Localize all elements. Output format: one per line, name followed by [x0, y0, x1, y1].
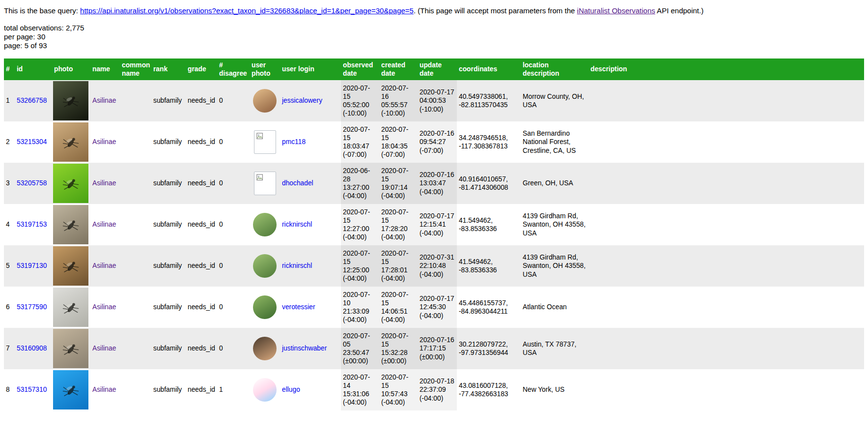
- user-avatar[interactable]: [254, 172, 276, 195]
- update-date-cell: 2020-07-17 12:45:30 (-04:00): [418, 287, 457, 328]
- user-login-link[interactable]: jessicalowery: [282, 97, 322, 104]
- common-name-cell: [120, 204, 151, 245]
- user-login-link[interactable]: justinschwaber: [282, 345, 327, 352]
- column-header-photo: photo: [52, 58, 90, 80]
- column-header-name: name: [90, 58, 120, 80]
- observations-body: 1 53266758 Asilinae s: [4, 80, 864, 410]
- observation-photo[interactable]: [53, 205, 88, 244]
- observation-id-link[interactable]: 53197130: [17, 262, 47, 269]
- rank-cell: subfamily: [151, 328, 186, 369]
- user-avatar[interactable]: [253, 254, 277, 278]
- taxon-name-link[interactable]: Asilinae: [92, 345, 116, 352]
- observation-id-link[interactable]: 53205758: [17, 179, 47, 187]
- stats-block: total observations: 2,775 per page: 30 p…: [4, 24, 864, 51]
- column-header-rank: rank: [151, 58, 186, 80]
- observation-photo[interactable]: [53, 288, 88, 327]
- disagree-count-cell: 0: [217, 204, 250, 245]
- table-row: 7 53160908 Asilinae s: [4, 328, 864, 369]
- disagree-count-cell: 0: [217, 245, 250, 287]
- observation-photo[interactable]: [53, 329, 88, 368]
- description-cell: [588, 328, 864, 369]
- user-avatar[interactable]: [253, 295, 277, 319]
- observation-id-link[interactable]: 53215304: [17, 138, 47, 146]
- created-date-cell: 2020-07-15 15:32:28 (±00:00): [379, 328, 418, 369]
- description-cell: [588, 204, 864, 245]
- inaturalist-observations-link[interactable]: iNaturalist Observations: [577, 6, 655, 15]
- observed-date-cell: 2020-06-28 13:27:00 (-04:00): [341, 163, 379, 204]
- insect-silhouette-icon: [61, 339, 80, 358]
- taxon-name-link[interactable]: Asilinae: [92, 262, 116, 269]
- observation-id-link[interactable]: 53177590: [17, 303, 47, 311]
- rank-cell: subfamily: [151, 369, 186, 410]
- insect-silhouette-icon: [61, 174, 80, 193]
- taxon-name-link[interactable]: Asilinae: [92, 303, 116, 311]
- taxon-name-link[interactable]: Asilinae: [92, 97, 116, 104]
- user-avatar[interactable]: [254, 130, 276, 154]
- intro-text: This is the base query: https://api.inat…: [4, 6, 864, 16]
- taxon-name-link[interactable]: Asilinae: [92, 138, 116, 146]
- grade-cell: needs_id: [186, 204, 217, 245]
- rank-cell: subfamily: [151, 245, 186, 287]
- user-login-link[interactable]: pmc118: [282, 138, 306, 146]
- observation-photo[interactable]: [53, 164, 88, 203]
- base-query-link[interactable]: https://api.inaturalist.org/v1/observati…: [80, 6, 414, 15]
- observed-date-cell: 2020-07-10 21:33:09 (-04:00): [341, 287, 379, 328]
- observation-photo[interactable]: [53, 246, 88, 286]
- common-name-cell: [120, 163, 151, 204]
- observation-id-link[interactable]: 53157310: [17, 386, 47, 393]
- column-header-user-photo: user photo: [250, 58, 280, 80]
- coordinates-cell: 40.9164010657, -81.4714306008: [457, 163, 521, 204]
- grade-cell: needs_id: [186, 328, 217, 369]
- user-login-link[interactable]: ellugo: [282, 386, 300, 393]
- rank-cell: subfamily: [151, 121, 186, 163]
- table-row: 4 53197153 Asilinae s: [4, 204, 864, 245]
- user-login-link[interactable]: ricknirschl: [282, 221, 312, 228]
- taxon-name-link[interactable]: Asilinae: [92, 386, 116, 393]
- description-cell: [588, 287, 864, 328]
- grade-cell: needs_id: [186, 80, 217, 121]
- taxon-name-link[interactable]: Asilinae: [92, 221, 116, 228]
- column-header-user-login: user login: [280, 58, 341, 80]
- observed-date-cell: 2020-07-05 23:50:47 (±00:00): [341, 328, 379, 369]
- user-avatar[interactable]: [253, 89, 277, 113]
- user-avatar[interactable]: [253, 213, 277, 236]
- grade-cell: needs_id: [186, 369, 217, 410]
- user-login-link[interactable]: ricknirschl: [282, 262, 312, 269]
- observed-date-cell: 2020-07-15 05:52:00 (-10:00): [341, 80, 379, 121]
- observation-photo[interactable]: [53, 370, 88, 409]
- created-date-cell: 2020-07-16 05:55:57 (-10:00): [379, 80, 418, 121]
- observation-id-link[interactable]: 53266758: [17, 97, 47, 104]
- user-login-link[interactable]: verotessier: [282, 303, 315, 311]
- coordinates-cell: 40.5497338061, -82.8113570435: [457, 80, 521, 121]
- table-row: 3 53205758 Asilinae s: [4, 163, 864, 204]
- common-name-cell: [120, 80, 151, 121]
- observed-date-cell: 2020-07-15 18:03:47 (-07:00): [341, 121, 379, 163]
- location-description-cell: 4139 Girdham Rd, Swanton, OH 43558, USA: [521, 204, 588, 245]
- taxon-name-link[interactable]: Asilinae: [92, 179, 116, 187]
- page-indicator: page: 5 of 93: [4, 41, 864, 50]
- column-header-disagree: # disagree: [217, 58, 250, 80]
- column-header-common-name: common name: [120, 58, 151, 80]
- coordinates-cell: 34.2487946518, -117.308367813: [457, 121, 521, 163]
- rank-cell: subfamily: [151, 204, 186, 245]
- column-header-location-description: location description: [521, 58, 588, 80]
- user-avatar[interactable]: [253, 337, 277, 360]
- column-header-grade: grade: [186, 58, 217, 80]
- observation-id-link[interactable]: 53160908: [17, 345, 47, 352]
- observation-photo[interactable]: [53, 81, 88, 120]
- disagree-count-cell: 0: [217, 287, 250, 328]
- grade-cell: needs_id: [186, 287, 217, 328]
- disagree-count-cell: 1: [217, 369, 250, 410]
- coordinates-cell: 30.2128079722, -97.9731356944: [457, 328, 521, 369]
- location-description-cell: Green, OH, USA: [521, 163, 588, 204]
- user-avatar[interactable]: [253, 378, 277, 402]
- insect-silhouette-icon: [61, 133, 80, 151]
- observation-id-link[interactable]: 53197153: [17, 221, 47, 228]
- observed-date-cell: 2020-07-14 15:31:06 (-04:00): [341, 369, 379, 410]
- observation-photo[interactable]: [53, 122, 88, 162]
- created-date-cell: 2020-07-15 17:28:01 (-04:00): [379, 245, 418, 287]
- coordinates-cell: 45.4486155737, -84.8963044211: [457, 287, 521, 328]
- update-date-cell: 2020-07-18 22:37:09 (-04:00): [418, 369, 457, 410]
- user-login-link[interactable]: dhochadel: [282, 179, 313, 187]
- table-row: 1 53266758 Asilinae s: [4, 80, 864, 121]
